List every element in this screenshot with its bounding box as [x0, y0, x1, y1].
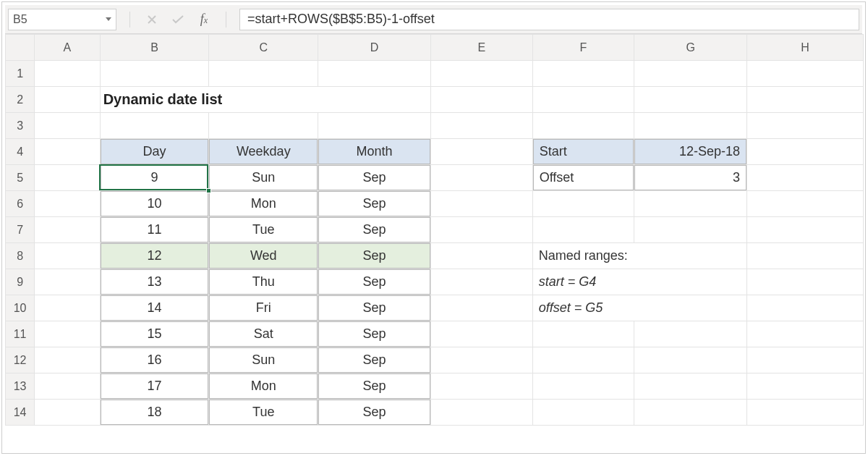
table-cell-weekday[interactable]: Mon [209, 191, 318, 216]
spreadsheet-grid[interactable]: ABCDEFGH 12Dynamic date list34DayWeekday… [5, 34, 864, 426]
name-box-value: B5 [13, 13, 27, 26]
formula-bar: B5 fx =start+ROWS($B$5:B5)-1-offset [5, 5, 862, 34]
col-header-E[interactable]: E [430, 35, 532, 61]
table-cell-month[interactable]: Sep [318, 373, 430, 399]
table-cell-day[interactable]: 13 [101, 269, 209, 295]
table-cell-weekday[interactable]: Sat [209, 321, 318, 347]
table-cell-day[interactable]: 16 [101, 347, 209, 373]
row-header-9[interactable]: 9 [6, 269, 35, 295]
table-cell-day[interactable]: 18 [101, 400, 209, 425]
select-all-corner[interactable] [6, 35, 35, 61]
table-cell-day[interactable]: 11 [101, 217, 209, 242]
notes-heading: Named ranges: [533, 243, 746, 269]
table-cell-day[interactable]: 9 [101, 165, 209, 190]
formula-text: =start+ROWS($B$5:B5)-1-offset [247, 12, 435, 27]
table-cell-month[interactable]: Sep [318, 217, 430, 242]
chevron-down-icon [106, 17, 111, 21]
table-cell-month[interactable]: Sep [318, 321, 430, 347]
table-cell-month[interactable]: Sep [318, 400, 430, 425]
row-header-14[interactable]: 14 [6, 400, 35, 426]
table-cell-month[interactable]: Sep [318, 243, 430, 269]
table-cell-month[interactable]: Sep [318, 165, 430, 190]
table-header-day: Day [101, 139, 209, 164]
table-cell-day[interactable]: 17 [101, 373, 209, 399]
col-header-A[interactable]: A [35, 35, 100, 61]
table-cell-day[interactable]: 10 [101, 191, 209, 216]
table-cell-weekday[interactable]: Fri [209, 295, 318, 321]
table-cell-weekday[interactable]: Wed [209, 243, 318, 269]
table-cell-day[interactable]: 14 [101, 295, 209, 321]
side-label-start: Start [533, 139, 634, 164]
col-header-H[interactable]: H [747, 35, 864, 61]
table-cell-month[interactable]: Sep [318, 191, 430, 216]
table-header-month: Month [318, 139, 430, 164]
fill-handle[interactable] [206, 188, 211, 193]
table-cell-day[interactable]: 12 [101, 243, 209, 269]
row-header-1[interactable]: 1 [6, 61, 35, 87]
table-cell-month[interactable]: Sep [318, 295, 430, 321]
fx-icon[interactable]: fx [194, 9, 214, 30]
row-header-12[interactable]: 12 [6, 347, 35, 373]
col-header-B[interactable]: B [100, 35, 209, 61]
notes-line1: start = G4 [533, 269, 746, 295]
row-header-3[interactable]: 3 [6, 113, 35, 139]
page-title: Dynamic date list [101, 87, 430, 112]
col-header-G[interactable]: G [634, 35, 747, 61]
col-header-D[interactable]: D [318, 35, 431, 61]
table-cell-weekday[interactable]: Sun [209, 165, 318, 190]
formula-bar-buttons: fx [119, 9, 237, 30]
side-value-start: 12-Sep-18 [634, 139, 746, 164]
table-cell-weekday[interactable]: Sun [209, 347, 318, 373]
table-header-weekday: Weekday [209, 139, 318, 164]
row-header-10[interactable]: 10 [6, 295, 35, 321]
name-box[interactable]: B5 [8, 9, 116, 30]
cancel-icon[interactable] [142, 9, 162, 30]
col-header-F[interactable]: F [532, 35, 634, 61]
row-header-5[interactable]: 5 [6, 165, 35, 191]
row-header-13[interactable]: 13 [6, 373, 35, 400]
table-cell-weekday[interactable]: Mon [209, 373, 318, 399]
row-header-4[interactable]: 4 [6, 139, 35, 165]
enter-check-icon[interactable] [168, 9, 188, 30]
table-cell-weekday[interactable]: Thu [209, 269, 318, 295]
row-header-11[interactable]: 11 [6, 321, 35, 347]
row-header-8[interactable]: 8 [6, 243, 35, 269]
side-label-offset: Offset [533, 165, 634, 190]
notes-line2: offset = G5 [533, 295, 746, 321]
formula-input[interactable]: =start+ROWS($B$5:B5)-1-offset [239, 9, 859, 30]
table-cell-weekday[interactable]: Tue [209, 217, 318, 242]
row-header-7[interactable]: 7 [6, 217, 35, 243]
table-cell-month[interactable]: Sep [318, 347, 430, 373]
col-header-C[interactable]: C [209, 35, 318, 61]
row-header-6[interactable]: 6 [6, 191, 35, 217]
row-header-2[interactable]: 2 [6, 87, 35, 113]
table-cell-month[interactable]: Sep [318, 269, 430, 295]
table-cell-weekday[interactable]: Tue [209, 400, 318, 425]
table-cell-day[interactable]: 15 [101, 321, 209, 347]
side-value-offset: 3 [634, 165, 746, 190]
